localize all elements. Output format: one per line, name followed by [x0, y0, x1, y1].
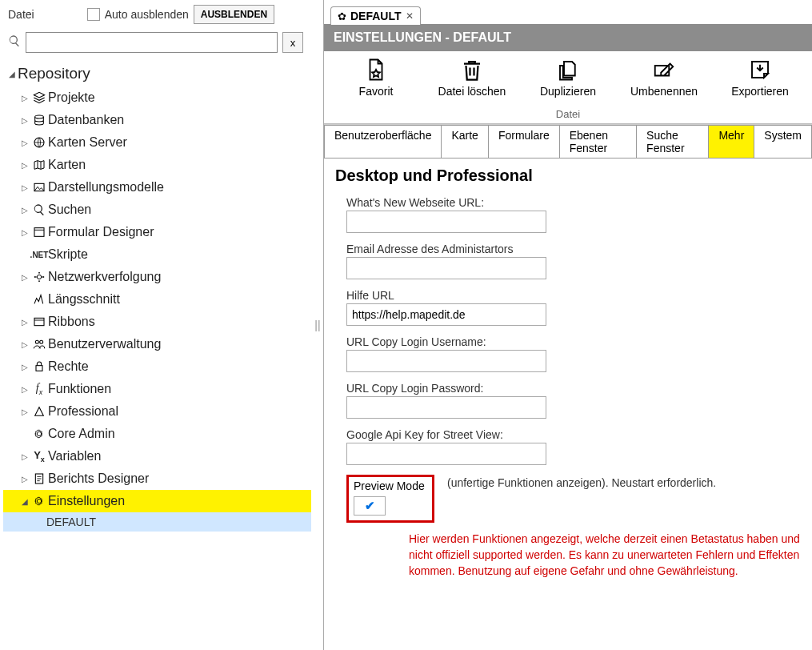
tree-item-suchen[interactable]: ▷Suchen — [3, 199, 311, 221]
toggle-icon: ▷ — [19, 228, 30, 237]
svg-rect-11 — [36, 366, 42, 371]
tree-leaf-default[interactable]: DEFAULT — [3, 512, 311, 532]
hide-button[interactable]: AUSBLENDEN — [194, 5, 274, 24]
duplicate-button[interactable]: Duplizieren — [532, 58, 604, 98]
tree-item-professional[interactable]: ▷Professional — [3, 400, 311, 423]
export-icon — [748, 58, 772, 82]
item-icon: fx — [30, 382, 48, 396]
subtab-mehr[interactable]: Mehr — [709, 125, 754, 158]
toggle-icon: ▷ — [19, 475, 30, 483]
preview-checkbox[interactable]: ✔ — [354, 496, 386, 516]
duplicate-icon — [556, 58, 580, 82]
input-whatsnew[interactable] — [346, 211, 546, 233]
toolbar-group-label: Datei — [556, 108, 580, 120]
input-help[interactable] — [346, 303, 546, 326]
item-icon — [30, 360, 48, 373]
field-gapi: Google Api Key for Street View: — [335, 428, 801, 465]
tree-item-core-admin[interactable]: Core Admin — [3, 423, 311, 445]
field-help: Hilfe URL — [335, 289, 801, 326]
preview-warning: Hier werden Funktionen angezeigt, welche… — [409, 531, 801, 580]
tree-item-netzwerkverfolgung[interactable]: ▷Netzwerkverfolgung — [3, 266, 311, 288]
export-button[interactable]: Exportieren — [724, 58, 796, 98]
subtab-benutzeroberfläche[interactable]: Benutzeroberfläche — [324, 125, 442, 158]
left-panel-top: Datei Auto ausblenden AUSBLENDEN — [0, 0, 311, 29]
field-copypass: URL Copy Login Password: — [335, 382, 801, 419]
subtabs: BenutzeroberflächeKarteFormulareEbenen F… — [324, 124, 812, 158]
toggle-icon: ◢ — [19, 497, 30, 506]
autohide-label: Auto ausblenden — [105, 8, 189, 21]
subtab-ebenen-fenster[interactable]: Ebenen Fenster — [560, 125, 637, 158]
input-email[interactable] — [346, 257, 546, 279]
tree-item-formular-designer[interactable]: ▷Formular Designer — [3, 221, 311, 243]
subtab-formulare[interactable]: Formulare — [489, 125, 560, 158]
favorit-button[interactable]: Favorit — [340, 58, 412, 98]
input-copypass[interactable] — [346, 396, 546, 419]
tree-item-variablen[interactable]: ▷YxVariablen — [3, 445, 311, 467]
svg-rect-8 — [34, 318, 44, 325]
tree-item-darstellungsmodelle[interactable]: ▷Darstellungsmodelle — [3, 176, 311, 199]
tree-item-ribbons[interactable]: ▷Ribbons — [3, 311, 311, 333]
subtab-system[interactable]: System — [754, 125, 812, 158]
item-icon — [30, 427, 48, 440]
repository-tree: ◢ Repository ▷Projekte▷Datenbanken▷Karte… — [0, 59, 311, 650]
rename-icon — [652, 58, 676, 82]
item-icon — [30, 293, 48, 306]
field-whatsnew: What's New Webseite URL: — [335, 196, 801, 233]
toggle-icon: ▷ — [19, 94, 30, 102]
item-icon: Yx — [30, 449, 48, 463]
tree-item-funktionen[interactable]: ▷fxFunktionen — [3, 378, 311, 400]
tree-root[interactable]: ◢ Repository — [3, 61, 311, 86]
svg-point-6 — [38, 272, 40, 274]
close-icon[interactable]: ✕ — [406, 10, 414, 22]
item-icon: .NET — [30, 251, 48, 259]
svg-point-5 — [42, 276, 44, 278]
banner-title: EINSTELLUNGEN - DEFAULT — [324, 24, 812, 51]
splitter[interactable]: || — [312, 0, 323, 650]
tab-default[interactable]: ✿ DEFAULT ✕ — [330, 6, 421, 25]
toggle-icon: ▷ — [19, 161, 30, 170]
subtab-karte[interactable]: Karte — [442, 125, 488, 158]
toggle-icon: ▷ — [19, 206, 30, 215]
tree-item-benutzerverwaltung[interactable]: ▷Benutzerverwaltung — [3, 333, 311, 355]
tree-item-berichts-designer[interactable]: ▷Berichts Designer — [3, 467, 311, 490]
svg-point-4 — [34, 276, 36, 278]
rename-button[interactable]: Umbenennen — [628, 58, 700, 98]
tree-item-projekte[interactable]: ▷Projekte — [3, 86, 311, 109]
preview-label: Preview Mode — [354, 479, 425, 492]
delete-button[interactable]: Datei löschen — [436, 58, 508, 98]
input-gapi[interactable] — [346, 443, 546, 465]
field-email: Email Adresse des Administartors — [335, 243, 801, 279]
right-panel: ✿ DEFAULT ✕ EINSTELLUNGEN - DEFAULT Favo… — [323, 0, 812, 650]
favorite-file-icon — [364, 58, 388, 82]
subtab-suche-fenster[interactable]: Suche Fenster — [637, 125, 709, 158]
field-copyuser: URL Copy Login Username: — [335, 335, 801, 372]
tree-item-rechte[interactable]: ▷Rechte — [3, 355, 311, 378]
svg-point-0 — [35, 115, 44, 118]
toggle-icon: ▷ — [19, 183, 30, 192]
collapse-icon: ◢ — [6, 70, 18, 78]
item-icon — [30, 203, 48, 216]
input-copyuser[interactable] — [346, 350, 546, 372]
preview-rest-label: (unfertige Funktionen anzeigen). Neustar… — [447, 476, 716, 489]
item-icon — [30, 405, 48, 418]
toggle-icon: ▷ — [19, 407, 30, 416]
toggle-icon: ▷ — [19, 363, 30, 371]
field-preview: Preview Mode ✔ (unfertige Funktionen anz… — [335, 475, 801, 580]
search-clear-button[interactable]: x — [282, 32, 303, 53]
content: Desktop und Professional What's New Webs… — [324, 158, 812, 650]
search-input[interactable] — [26, 32, 278, 53]
toggle-icon: ▷ — [19, 318, 30, 327]
item-icon — [30, 495, 48, 508]
tree-item-skripte[interactable]: .NETSkripte — [3, 243, 311, 266]
tree-item-datenbanken[interactable]: ▷Datenbanken — [3, 109, 311, 131]
tree-item-einstellungen[interactable]: ◢Einstellungen — [3, 490, 311, 512]
item-icon — [30, 226, 48, 239]
trash-icon — [460, 58, 484, 82]
tree-item-karten[interactable]: ▷Karten — [3, 154, 311, 176]
tree-item-längsschnitt[interactable]: Längsschnitt — [3, 288, 311, 311]
autohide-checkbox[interactable] — [87, 8, 100, 21]
search-icon — [8, 34, 21, 50]
content-heading: Desktop und Professional — [335, 167, 801, 185]
tree-item-karten-server[interactable]: ▷Karten Server — [3, 131, 311, 154]
item-icon — [30, 114, 48, 126]
